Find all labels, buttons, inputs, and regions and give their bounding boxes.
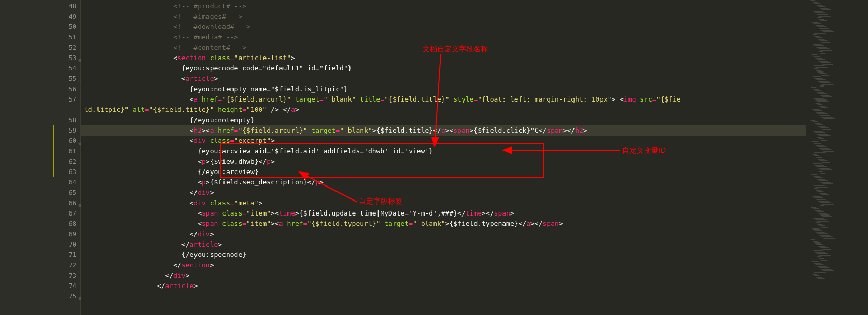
code-line[interactable]: <!-- #images# --> [81, 11, 806, 22]
code-line[interactable]: </article> [81, 239, 806, 250]
left-margin [0, 0, 56, 315]
line-number[interactable]: 61 [56, 146, 80, 156]
code-line[interactable]: <article> [81, 74, 806, 84]
code-line[interactable] [81, 291, 806, 302]
change-marker [53, 146, 54, 156]
code-line[interactable]: {/eyou:notempty} [81, 115, 806, 125]
line-number[interactable]: 68 [56, 219, 80, 229]
line-number[interactable]: 69 [56, 229, 80, 239]
line-number[interactable]: 57 [56, 94, 80, 105]
code-line[interactable]: <!-- #media# --> [81, 32, 806, 42]
line-number[interactable]: 52 [56, 42, 80, 53]
line-number[interactable]: 60⊟ [56, 136, 80, 146]
code-line[interactable]: <!-- #product# --> [81, 1, 806, 11]
line-number[interactable] [56, 105, 80, 115]
code-line[interactable]: {/eyou:arcview} [81, 167, 806, 177]
line-number[interactable]: 58 [56, 115, 80, 125]
code-line[interactable]: <section class="article-list"> [81, 53, 806, 63]
code-line[interactable]: <h2><a href="{$field.arcurl}" target="_b… [81, 125, 806, 136]
line-number[interactable]: 50 [56, 22, 80, 32]
code-line[interactable]: <span class="item"><time>{$field.update_… [81, 208, 806, 219]
code-line[interactable]: </div> [81, 270, 806, 281]
line-number[interactable]: 59 [56, 125, 80, 136]
line-number[interactable]: 72 [56, 260, 80, 270]
line-number[interactable]: 71 [56, 250, 80, 260]
line-number[interactable]: 63 [56, 167, 80, 177]
code-line[interactable]: ld.litpic}" alt="{$field.title}" height=… [81, 105, 806, 115]
code-line[interactable]: {eyou:arcview aid='$field.aid' addfields… [81, 146, 806, 156]
line-number-gutter[interactable]: 484950515253⊟5455⊟5657585960⊟61626364656… [56, 0, 81, 315]
line-number[interactable]: 62 [56, 156, 80, 167]
code-area[interactable]: <!-- #product# --> <!-- #images# --> <!-… [81, 0, 806, 315]
code-line[interactable]: {eyou:notempty name="$field.is_litpic"} [81, 84, 806, 94]
code-line[interactable]: <!-- #download# --> [81, 22, 806, 32]
code-line[interactable]: <span class="item"><a href="{$field.type… [81, 219, 806, 229]
line-number[interactable]: 67 [56, 208, 80, 219]
line-number[interactable]: 75⊟ [56, 291, 80, 302]
code-line[interactable]: <p>{$field.seo_description}</p> [81, 177, 806, 188]
line-number[interactable]: 66⊟ [56, 198, 80, 208]
code-line[interactable]: <div class="meta"> [81, 198, 806, 208]
line-number[interactable]: 49 [56, 11, 80, 22]
code-line[interactable]: {eyou:specnode code="default1" id="field… [81, 63, 806, 74]
code-line[interactable]: </div> [81, 188, 806, 198]
code-line[interactable]: <a href="{$field.arcurl}" target="_blank… [81, 94, 806, 105]
code-line[interactable]: </article> [81, 281, 806, 291]
line-number[interactable]: 70 [56, 239, 80, 250]
line-number[interactable]: 64 [56, 177, 80, 188]
code-line[interactable]: <div class="excerpt"> [81, 136, 806, 146]
code-line[interactable]: </div> [81, 229, 806, 239]
line-number[interactable]: 54 [56, 63, 80, 74]
line-number[interactable]: 48 [56, 1, 80, 11]
code-line[interactable]: </section> [81, 260, 806, 270]
change-marker [53, 125, 54, 136]
line-number[interactable]: 55⊟ [56, 74, 80, 84]
line-number[interactable]: 74 [56, 281, 80, 291]
code-line[interactable]: {/eyou:specnode} [81, 250, 806, 260]
code-line[interactable]: <!-- #content# --> [81, 42, 806, 53]
line-number[interactable]: 65 [56, 188, 80, 198]
code-editor: 484950515253⊟5455⊟5657585960⊟61626364656… [0, 0, 868, 315]
line-number[interactable]: 73 [56, 270, 80, 281]
line-number[interactable]: 56 [56, 84, 80, 94]
change-marker [53, 156, 54, 167]
change-marker [53, 136, 54, 146]
code-line[interactable]: <p>{$view.dhwb}</p> [81, 156, 806, 167]
minimap[interactable] [806, 0, 868, 315]
change-marker [53, 167, 54, 177]
line-number[interactable]: 53⊟ [56, 53, 80, 63]
line-number[interactable]: 51 [56, 32, 80, 42]
